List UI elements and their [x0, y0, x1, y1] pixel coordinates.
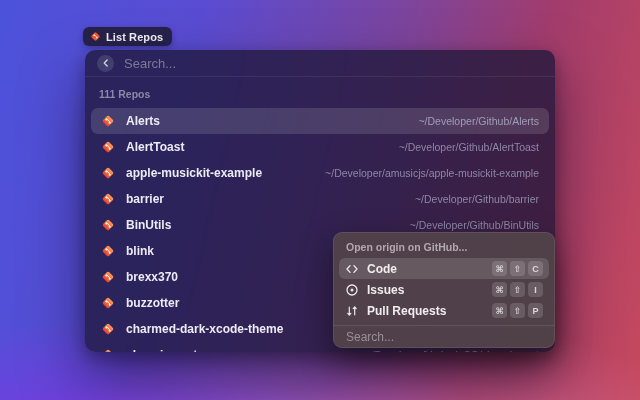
- back-button[interactable]: [97, 55, 114, 72]
- pull-request-icon: [345, 304, 359, 318]
- git-repo-icon: [101, 270, 115, 284]
- search-bar: [85, 50, 555, 76]
- repo-row[interactable]: apple-musickit-example ~/Developer/amusi…: [91, 160, 549, 186]
- chevron-left-icon: [102, 59, 110, 67]
- repo-path: ~/Developer/Github/AlertToast: [399, 141, 539, 153]
- keycap: ⌘: [492, 261, 507, 276]
- menu-item-label: Code: [367, 262, 397, 276]
- repo-name: brexx370: [126, 270, 178, 284]
- repo-name: apple-musickit-example: [126, 166, 262, 180]
- git-repo-icon: [101, 296, 115, 310]
- keycap: I: [528, 282, 543, 297]
- issue-icon: [345, 283, 359, 297]
- action-menu: Open origin on GitHub... Code ⌘⇧C Issues…: [333, 232, 555, 348]
- repo-name: BinUtils: [126, 218, 171, 232]
- menu-item-shortcut: ⌘⇧I: [492, 282, 543, 297]
- keycap: ⇧: [510, 303, 525, 318]
- section-header: 111 Repos: [85, 77, 555, 106]
- keycap: P: [528, 303, 543, 318]
- repo-name: AlertToast: [126, 140, 184, 154]
- action-menu-header: Open origin on GitHub...: [334, 233, 554, 256]
- command-pill-label: List Repos: [106, 31, 163, 43]
- git-repo-icon: [101, 244, 115, 258]
- repo-name: blink: [126, 244, 154, 258]
- repo-row[interactable]: barrier ~/Developer/Github/barrier: [91, 186, 549, 212]
- repo-name: chaseimport: [126, 348, 197, 352]
- keycap: ⇧: [510, 261, 525, 276]
- git-repo-icon: [101, 114, 115, 128]
- git-repo-icon: [101, 166, 115, 180]
- menu-item-label: Pull Requests: [367, 304, 446, 318]
- keycap: ⌘: [492, 282, 507, 297]
- code-icon: [345, 262, 359, 276]
- keycap: C: [528, 261, 543, 276]
- repo-path: ~/Developer/Github/BinUtils: [410, 219, 539, 231]
- git-repo-icon: [90, 31, 101, 42]
- search-input[interactable]: [124, 56, 543, 71]
- keycap: ⌘: [492, 303, 507, 318]
- command-pill[interactable]: List Repos: [83, 27, 172, 46]
- repo-name: Alerts: [126, 114, 160, 128]
- repo-name: buzzotter: [126, 296, 179, 310]
- menu-item-shortcut: ⌘⇧P: [492, 303, 543, 318]
- repo-name: barrier: [126, 192, 164, 206]
- repo-path: ~/Developer/VerkadaSG/chaseimport: [365, 349, 539, 352]
- repo-path: ~/Developer/amusicjs/apple-musickit-exam…: [325, 167, 539, 179]
- git-repo-icon: [101, 322, 115, 336]
- git-repo-icon: [101, 218, 115, 232]
- git-repo-icon: [101, 192, 115, 206]
- git-repo-icon: [101, 348, 115, 352]
- menu-item[interactable]: Pull Requests ⌘⇧P: [339, 300, 549, 321]
- menu-item-shortcut: ⌘⇧C: [492, 261, 543, 276]
- git-repo-icon: [101, 140, 115, 154]
- menu-item[interactable]: Issues ⌘⇧I: [339, 279, 549, 300]
- repo-row[interactable]: AlertToast ~/Developer/Github/AlertToast: [91, 134, 549, 160]
- action-menu-items: Code ⌘⇧C Issues ⌘⇧I Pull Requests ⌘⇧P: [334, 256, 554, 321]
- menu-item[interactable]: Code ⌘⇧C: [339, 258, 549, 279]
- action-menu-search: [334, 326, 554, 347]
- action-menu-search-input[interactable]: [346, 330, 542, 344]
- repo-path: ~/Developer/Github/Alerts: [418, 115, 539, 127]
- keycap: ⇧: [510, 282, 525, 297]
- menu-item-label: Issues: [367, 283, 404, 297]
- repo-row[interactable]: Alerts ~/Developer/Github/Alerts: [91, 108, 549, 134]
- repo-path: ~/Developer/Github/barrier: [415, 193, 539, 205]
- repo-name: charmed-dark-xcode-theme: [126, 322, 283, 336]
